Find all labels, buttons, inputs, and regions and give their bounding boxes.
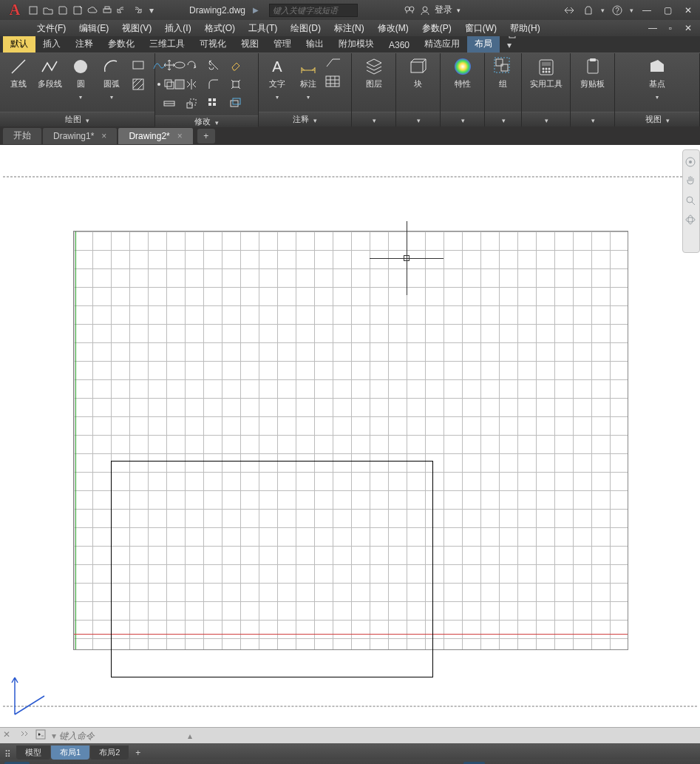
qat-undo-icon[interactable]: [115, 4, 129, 17]
qat-redo-icon[interactable]: [130, 4, 143, 17]
tool-base[interactable]: 基点: [643, 56, 671, 101]
menu-tools[interactable]: 工具(T): [248, 22, 277, 35]
app-store-dropdown[interactable]: ▾: [601, 7, 605, 14]
doc-restore-button[interactable]: ▫: [663, 22, 678, 34]
tool-properties[interactable]: 特性: [449, 56, 477, 89]
login-label[interactable]: 登录: [435, 4, 452, 16]
leader-icon[interactable]: [325, 56, 344, 72]
tab-a360[interactable]: A360: [381, 38, 417, 53]
qat-new-icon[interactable]: [27, 4, 40, 17]
cmd-options-icon[interactable]: [19, 729, 33, 743]
hatch-icon[interactable]: [129, 75, 148, 93]
move-icon[interactable]: [160, 56, 179, 74]
doc-close-button[interactable]: ✕: [681, 22, 696, 34]
workspace[interactable]: [0, 145, 700, 727]
close-icon[interactable]: ×: [101, 131, 106, 141]
menu-window[interactable]: 窗口(W): [465, 22, 497, 35]
infocenter-icon[interactable]: [404, 5, 415, 16]
tool-group[interactable]: 组: [489, 56, 517, 89]
tool-arc[interactable]: 圆弧: [98, 56, 126, 101]
menu-param[interactable]: 参数(P): [422, 22, 452, 35]
table-icon[interactable]: [325, 75, 344, 92]
tool-utilities[interactable]: 实用工具: [530, 56, 563, 89]
qat-saveas-icon[interactable]: [71, 4, 84, 17]
menu-help[interactable]: 帮助(H): [510, 22, 540, 35]
menu-view[interactable]: 视图(V): [122, 22, 152, 35]
pan-icon[interactable]: [684, 175, 698, 189]
menu-modify[interactable]: 修改(M): [378, 22, 409, 35]
orbit-icon[interactable]: [684, 214, 698, 227]
fillet-icon[interactable]: [204, 75, 223, 93]
menu-insert[interactable]: 插入(I): [165, 22, 191, 35]
panel-modify-footer[interactable]: 修改: [155, 115, 258, 127]
close-icon[interactable]: ×: [177, 131, 183, 141]
tool-layers[interactable]: 图层: [360, 56, 388, 89]
rotate-icon[interactable]: [182, 56, 201, 74]
tool-dimension[interactable]: 标注: [294, 56, 322, 101]
tool-line[interactable]: 直线: [4, 56, 33, 89]
tab-3dtools[interactable]: 三维工具: [142, 36, 192, 53]
mirror-icon[interactable]: [182, 75, 201, 93]
doc-minimize-button[interactable]: —: [645, 22, 660, 34]
menu-edit[interactable]: 编辑(E): [79, 22, 109, 35]
panel-layers-footer[interactable]: [352, 112, 395, 126]
app-store-icon[interactable]: [582, 4, 595, 17]
tab-annotate[interactable]: 注释: [68, 36, 101, 53]
tab-manage[interactable]: 管理: [266, 36, 299, 53]
tool-circle[interactable]: 圆: [67, 56, 95, 101]
menu-draw[interactable]: 绘图(D): [290, 22, 321, 35]
doctab-add-button[interactable]: +: [197, 129, 215, 143]
menu-file[interactable]: 文件(F): [37, 22, 66, 35]
tab-visualize[interactable]: 可视化: [192, 36, 234, 53]
layouttab-add-button[interactable]: +: [129, 746, 146, 760]
minimize-button[interactable]: —: [639, 4, 654, 16]
menu-dimension[interactable]: 标注(N): [334, 22, 364, 35]
title-play-icon[interactable]: ▶: [253, 6, 259, 14]
doctab-drawing1[interactable]: Drawing1*×: [43, 128, 117, 144]
stretch-icon[interactable]: [160, 95, 179, 112]
panel-draw-footer[interactable]: 绘图: [0, 112, 154, 126]
tab-layout[interactable]: 布局: [467, 36, 500, 53]
offset-icon[interactable]: [226, 95, 245, 112]
trim-icon[interactable]: [204, 56, 223, 74]
tool-block[interactable]: 块: [404, 56, 432, 89]
panel-utilities-footer[interactable]: [522, 112, 570, 126]
doctab-drawing2[interactable]: Drawing2*×: [118, 128, 192, 144]
steering-wheel-icon[interactable]: [684, 156, 698, 169]
zoom-extents-icon[interactable]: [684, 195, 698, 208]
layouttab-model[interactable]: 模型: [16, 746, 50, 760]
maximize-button[interactable]: ▢: [660, 4, 675, 16]
tool-text[interactable]: A文字: [263, 56, 291, 101]
panel-group-footer[interactable]: [485, 112, 521, 126]
command-input[interactable]: [59, 731, 185, 741]
app-logo[interactable]: A: [4, 1, 25, 19]
tab-insert[interactable]: 插入: [35, 36, 68, 53]
exchange-icon[interactable]: [563, 4, 576, 17]
qat-print-icon[interactable]: [101, 4, 114, 17]
tool-clipboard[interactable]: 剪贴板: [579, 56, 607, 89]
qat-open-icon[interactable]: [41, 4, 55, 17]
panel-block-footer[interactable]: [396, 112, 440, 126]
array-icon[interactable]: [204, 95, 223, 112]
cmd-expand-icon[interactable]: ▴: [188, 731, 192, 741]
tab-view[interactable]: 视图: [234, 36, 266, 53]
close-button[interactable]: ✕: [681, 4, 696, 16]
help-dropdown[interactable]: ▾: [630, 7, 633, 14]
tool-polyline[interactable]: 多段线: [35, 56, 64, 89]
tab-parametric[interactable]: 参数化: [101, 36, 142, 53]
scale-icon[interactable]: [182, 95, 201, 112]
layouttab-layout2[interactable]: 布局2: [90, 746, 129, 760]
help-icon[interactable]: ?: [611, 4, 624, 17]
login-dropdown-icon[interactable]: ▾: [457, 7, 461, 14]
copy-icon[interactable]: [160, 75, 179, 93]
cmd-close-icon[interactable]: ✕: [3, 729, 16, 743]
viewport-rectangle[interactable]: [111, 461, 433, 677]
explode-icon[interactable]: [226, 75, 245, 93]
tab-default[interactable]: 默认: [3, 36, 35, 53]
tab-output[interactable]: 输出: [299, 36, 331, 53]
qat-dropdown-icon[interactable]: ▾: [145, 4, 158, 17]
rectangle-icon[interactable]: [129, 56, 148, 74]
search-input[interactable]: [269, 4, 358, 17]
layout-handle-icon[interactable]: ⠿: [4, 749, 11, 760]
user-icon[interactable]: [420, 5, 430, 16]
